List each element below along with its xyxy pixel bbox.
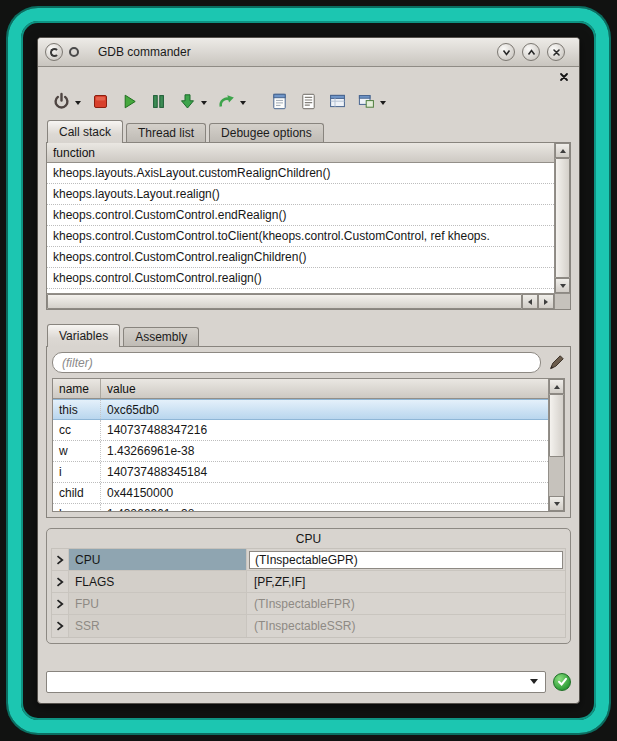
scroll-right-button[interactable] [538,294,554,309]
scrollbar-thumb[interactable] [47,294,522,309]
filter-input[interactable] [52,352,541,373]
scroll-up-button[interactable] [555,143,570,158]
cpu-register-grid: CPU (TInspectableGPR) FLAGS [PF,ZF,IF] F… [51,548,566,638]
tab-thread-list[interactable]: Thread list [126,123,206,142]
scroll-down-button[interactable] [549,496,564,511]
scrollbar-track[interactable] [555,158,570,278]
titlebar[interactable]: GDB commander [38,38,579,67]
window-controls [497,43,565,61]
chevron-down-icon [380,101,386,105]
call-stack-row[interactable]: kheops.layouts.AxisLayout.customRealignC… [47,163,554,184]
register-row-ssr[interactable]: SSR (TInspectableSSR) [52,615,565,637]
minimize-button[interactable] [497,43,515,61]
register-group-name: CPU [69,549,247,570]
register-row-flags[interactable]: FLAGS [PF,ZF,IF] [52,571,565,593]
expand-button[interactable] [52,615,69,637]
call-stack-row[interactable]: kheops.control.CustomControl.endRealign(… [47,205,554,226]
variable-name: child [53,483,101,503]
call-stack-row[interactable]: kheops.control.CustomControl.realignChil… [47,247,554,268]
dock-close-button[interactable] [557,70,570,83]
filter-row [52,352,565,373]
run-icon [120,92,139,111]
variables-table-frame: name value this 0xc65db0 cc 140737488347… [52,378,565,512]
scrollbar-thumb[interactable] [555,158,570,278]
step-into-button[interactable] [177,89,208,114]
scrollbar-thumb[interactable] [549,394,564,457]
confirm-button[interactable] [553,673,571,691]
horizontal-scrollbar[interactable] [47,293,570,309]
column-header-function[interactable]: function [47,143,554,163]
watch-window-button[interactable] [327,89,348,114]
variable-row-i[interactable]: i 140737488345184 [53,462,548,483]
chevron-right-icon [56,599,64,609]
tab-variables[interactable]: Variables [47,324,120,347]
scrollbar-track[interactable] [549,394,564,496]
app-menu-icon[interactable] [45,43,63,61]
variable-row-this[interactable]: this 0xc65db0 [53,399,548,420]
check-icon [557,676,568,687]
scroll-up-button[interactable] [549,379,564,394]
call-stack-row[interactable]: kheops.control.CustomControl.toClient(kh… [47,226,554,247]
scroll-left-button[interactable] [522,294,538,309]
variable-name: cc [53,420,101,440]
expand-button[interactable] [52,593,69,614]
step-over-icon [217,92,236,111]
arrow-up-icon [554,385,560,389]
window-title: GDB commander [98,45,191,59]
vertical-scrollbar[interactable] [554,143,570,293]
call-stack-row[interactable]: kheops.control.CustomControl.realign() [47,268,554,289]
cpu-group-title: CPU [47,532,570,546]
command-input[interactable] [47,672,530,692]
list-button[interactable] [298,89,319,114]
column-header-value[interactable]: value [101,379,548,398]
register-row-cpu[interactable]: CPU (TInspectableGPR) [52,549,565,571]
vertical-scrollbar[interactable] [548,379,564,511]
variable-value: 0x44150000 [101,483,548,503]
arrow-up-icon [560,149,566,153]
variable-name: i [53,462,101,482]
inspector-button[interactable] [356,89,387,114]
arrow-right-icon [544,299,548,305]
filter-pen-button[interactable] [547,354,565,372]
variable-name: b [53,504,101,511]
register-group-value: [PF,ZF,IF] [247,571,565,592]
variables-header: name value [53,379,548,399]
chevron-down-icon [201,101,207,105]
chevron-down-icon [501,47,512,58]
variables-panel: name value this 0xc65db0 cc 140737488347… [46,346,571,518]
register-value-editor[interactable]: (TInspectableGPR) [249,551,563,569]
tab-call-stack[interactable]: Call stack [47,120,123,143]
arrow-left-icon [528,299,532,305]
call-stack-table: function kheops.layouts.AxisLayout.custo… [47,143,554,293]
inspector-tabbar: Variables Assembly [46,323,571,346]
call-stack-row[interactable]: kheops.layouts.Layout.realign() [47,184,554,205]
variable-row-w[interactable]: w 1.43266961e-38 [53,441,548,462]
column-header-name[interactable]: name [53,379,101,398]
pause-button[interactable] [148,89,169,114]
run-button[interactable] [119,89,140,114]
debugger-dock: Call stack Thread list Debugee options f… [38,67,579,703]
scrollbar-corner [554,294,570,309]
tab-debugee-options[interactable]: Debugee options [209,123,324,142]
stop-button[interactable] [90,89,111,114]
pin-icon[interactable] [69,47,79,57]
close-button[interactable] [547,43,565,61]
variable-row-child[interactable]: child 0x44150000 [53,483,548,504]
source-document-button[interactable] [269,89,290,114]
pen-icon [548,354,565,371]
scroll-down-button[interactable] [555,278,570,293]
variable-row-cc[interactable]: cc 140737488347216 [53,420,548,441]
chevron-right-icon [56,555,64,565]
tab-assembly[interactable]: Assembly [123,327,199,346]
step-over-button[interactable] [216,89,247,114]
variable-row-b[interactable]: b 1.43266961e-38 [53,504,548,511]
command-combobox[interactable] [46,671,546,693]
register-group-name: FLAGS [69,571,247,592]
variable-value: 1.43266961e-38 [101,504,548,511]
maximize-button[interactable] [522,43,540,61]
power-button[interactable] [51,89,82,114]
expand-button[interactable] [52,571,69,592]
register-row-fpu[interactable]: FPU (TInspectableFPR) [52,593,565,615]
app-logo-icon [50,48,59,57]
expand-button[interactable] [52,549,69,570]
